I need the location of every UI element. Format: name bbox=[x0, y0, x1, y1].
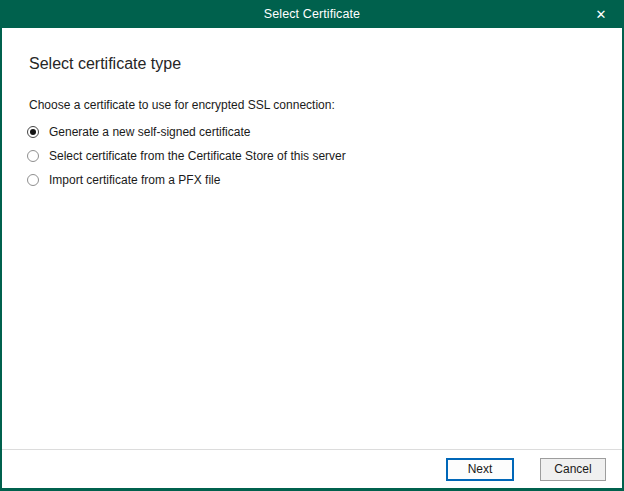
radio-option-pfx-file[interactable]: Import certificate from a PFX file bbox=[2, 168, 622, 192]
close-icon: ✕ bbox=[596, 7, 607, 22]
radio-button-icon bbox=[27, 174, 39, 186]
next-button[interactable]: Next bbox=[446, 458, 514, 481]
instruction-text: Choose a certificate to use for encrypte… bbox=[29, 98, 622, 112]
select-certificate-dialog: Select Certificate ✕ Select certificate … bbox=[0, 0, 624, 491]
radio-option-label: Generate a new self-signed certificate bbox=[49, 125, 250, 139]
title-bar: Select Certificate ✕ bbox=[0, 0, 624, 28]
certificate-type-radio-group: Generate a new self-signed certificate S… bbox=[2, 120, 622, 192]
radio-option-certificate-store[interactable]: Select certificate from the Certificate … bbox=[2, 144, 622, 168]
radio-button-icon bbox=[27, 150, 39, 162]
radio-button-icon bbox=[27, 126, 39, 138]
radio-option-self-signed[interactable]: Generate a new self-signed certificate bbox=[2, 120, 622, 144]
page-title: Select certificate type bbox=[29, 54, 622, 73]
dialog-body: Select certificate type Choose a certifi… bbox=[2, 28, 622, 449]
close-button[interactable]: ✕ bbox=[578, 0, 624, 28]
radio-option-label: Select certificate from the Certificate … bbox=[49, 149, 346, 163]
dialog-footer: Next Cancel bbox=[2, 449, 622, 488]
radio-option-label: Import certificate from a PFX file bbox=[49, 173, 220, 187]
window-title: Select Certificate bbox=[0, 0, 624, 28]
cancel-button[interactable]: Cancel bbox=[540, 458, 606, 481]
